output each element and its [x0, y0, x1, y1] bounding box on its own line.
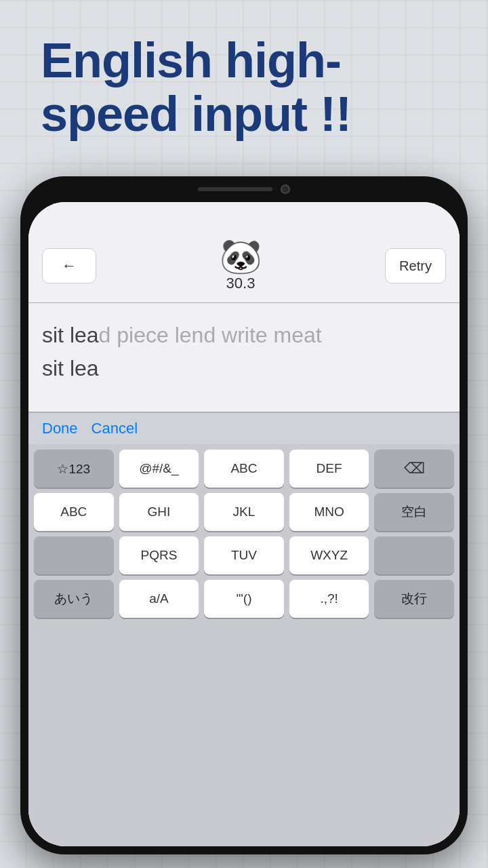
headline-line1: English high- — [41, 33, 341, 87]
top-bar: ← 🐼 30.3 Retry — [28, 202, 460, 302]
phone-notch — [169, 176, 319, 202]
backspace-key[interactable]: ⌫ — [374, 450, 454, 488]
key-space-jp[interactable]: 空白 — [374, 493, 454, 531]
current-typed-text: sit lea — [42, 356, 446, 381]
retry-button[interactable]: Retry — [385, 248, 446, 283]
notch-camera — [281, 184, 290, 194]
panda-area: 🐼 30.3 — [103, 239, 378, 292]
key-enter[interactable]: 改行 — [374, 580, 454, 618]
remaining-portion: d piece lend write meat — [99, 323, 322, 347]
key-quotes[interactable]: '"() — [204, 580, 284, 618]
backspace-icon: ⌫ — [404, 460, 425, 477]
text-area: sit lead piece lend write meat sit lea — [28, 303, 460, 412]
phone-screen: ← 🐼 30.3 Retry sit lead piece lend write… — [28, 202, 460, 846]
key-jkl[interactable]: JKL — [204, 493, 284, 531]
phone-frame: ← 🐼 30.3 Retry sit lead piece lend write… — [20, 176, 468, 854]
score-display: 30.3 — [226, 275, 256, 292]
headline-line2: speed input !! — [41, 87, 351, 141]
key-punct[interactable]: .,?! — [289, 580, 369, 618]
keyboard-rows: ☆123 @#/&_ ABC DEF ⌫ ABC GHI JKL MNO — [28, 444, 460, 846]
key-hiragana[interactable]: あいう — [34, 580, 114, 618]
key-ghi[interactable]: GHI — [119, 493, 199, 531]
keyboard-row-1: ☆123 @#/&_ ABC DEF ⌫ — [34, 450, 454, 488]
key-abc[interactable]: ABC — [204, 450, 284, 488]
typed-portion: sit lea — [42, 323, 99, 347]
key-empty-right — [374, 536, 454, 574]
key-wxyz[interactable]: WXYZ — [289, 536, 369, 574]
back-icon: ← — [62, 257, 77, 275]
key-case-toggle[interactable]: a/A — [119, 580, 199, 618]
keyboard-area: Done Cancel ☆123 @#/&_ ABC DEF ⌫ — [28, 412, 460, 846]
headline-container: English high- speed input !! — [41, 34, 447, 141]
key-symbols[interactable]: @#/&_ — [119, 450, 199, 488]
keyboard-row-3: PQRS TUV WXYZ — [34, 536, 454, 574]
key-def[interactable]: DEF — [289, 450, 369, 488]
key-abc2[interactable]: ABC — [34, 493, 114, 531]
retry-label: Retry — [399, 258, 432, 274]
back-button[interactable]: ← — [42, 248, 96, 283]
app-content: ← 🐼 30.3 Retry sit lead piece lend write… — [28, 202, 460, 846]
key-mno[interactable]: MNO — [289, 493, 369, 531]
keyboard-row-2: ABC GHI JKL MNO 空白 — [34, 493, 454, 531]
target-text-line: sit lead piece lend write meat — [42, 320, 446, 351]
done-button[interactable]: Done — [42, 420, 78, 437]
key-pqrs[interactable]: PQRS — [119, 536, 199, 574]
key-star123[interactable]: ☆123 — [34, 450, 114, 488]
keyboard-row-4: あいう a/A '"() .,?! 改行 — [34, 580, 454, 618]
notch-bar — [198, 187, 272, 191]
key-empty-left — [34, 536, 114, 574]
keyboard-toolbar: Done Cancel — [28, 412, 460, 444]
headline-text: English high- speed input !! — [41, 34, 447, 141]
cancel-button[interactable]: Cancel — [92, 420, 138, 437]
panda-mascot: 🐼 — [220, 239, 262, 273]
key-tuv[interactable]: TUV — [204, 536, 284, 574]
